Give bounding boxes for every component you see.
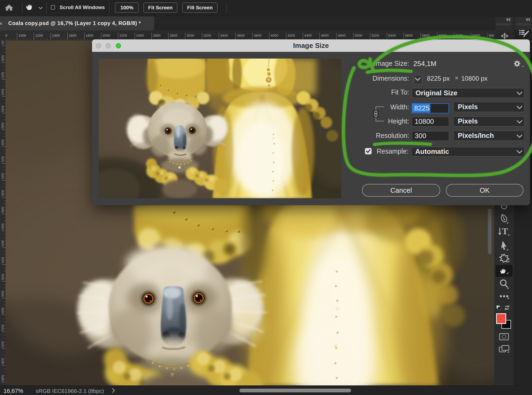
svg-text:5000: 5000 — [1, 308, 4, 314]
svg-text:1000: 1000 — [18, 34, 26, 38]
svg-text:4400: 4400 — [1, 257, 4, 264]
svg-text:4000: 4000 — [1, 224, 4, 230]
svg-text:3400: 3400 — [1, 173, 4, 179]
svg-text:3200: 3200 — [1, 156, 4, 163]
svg-text:3600: 3600 — [237, 34, 245, 38]
svg-text:3000: 3000 — [186, 34, 194, 38]
svg-text:1400: 1400 — [52, 34, 60, 38]
svg-text:3200: 3200 — [203, 34, 211, 38]
svg-text:2400: 2400 — [1, 89, 4, 95]
svg-text:1200: 1200 — [35, 34, 43, 38]
svg-text:2000: 2000 — [102, 34, 110, 38]
svg-text:2200: 2200 — [1, 72, 4, 79]
svg-text:1800: 1800 — [86, 34, 93, 38]
svg-text:5600: 5600 — [1, 358, 4, 364]
svg-text:4200: 4200 — [287, 34, 295, 38]
svg-text:5800: 5800 — [422, 34, 430, 38]
svg-text:6400: 6400 — [472, 34, 480, 38]
svg-text:3800: 3800 — [254, 34, 261, 38]
svg-text:4200: 4200 — [1, 240, 4, 247]
svg-text:2800: 2800 — [170, 34, 177, 38]
svg-text:3800: 3800 — [1, 207, 4, 213]
svg-text:5000: 5000 — [355, 34, 362, 38]
svg-text:6600: 6600 — [489, 34, 494, 38]
svg-text:4000: 4000 — [271, 34, 278, 38]
svg-text:5600: 5600 — [405, 34, 413, 38]
svg-text:2400: 2400 — [136, 34, 144, 38]
svg-text:5400: 5400 — [388, 34, 396, 38]
svg-text:5800: 5800 — [1, 375, 4, 381]
svg-text:5400: 5400 — [1, 341, 4, 348]
svg-text:4800: 4800 — [1, 291, 4, 297]
svg-text:4400: 4400 — [304, 34, 312, 38]
svg-text:2600: 2600 — [153, 34, 161, 38]
svg-text:T: T — [502, 227, 508, 236]
svg-text:6000: 6000 — [439, 34, 446, 38]
svg-text:2200: 2200 — [119, 34, 127, 38]
svg-text:4600: 4600 — [321, 34, 329, 38]
svg-text:5200: 5200 — [371, 34, 379, 38]
svg-text:1800: 1800 — [1, 40, 4, 45]
svg-text:4800: 4800 — [338, 34, 346, 38]
svg-text:2800: 2800 — [1, 122, 4, 129]
svg-text:3600: 3600 — [1, 190, 4, 196]
svg-text:5200: 5200 — [1, 324, 4, 331]
svg-text:3400: 3400 — [220, 34, 228, 38]
svg-text:1600: 1600 — [69, 34, 77, 38]
svg-text:2000: 2000 — [1, 55, 4, 62]
svg-text:3000: 3000 — [1, 139, 4, 146]
svg-text:6200: 6200 — [455, 34, 463, 38]
svg-text:4600: 4600 — [1, 274, 4, 280]
svg-text:2600: 2600 — [1, 106, 4, 112]
